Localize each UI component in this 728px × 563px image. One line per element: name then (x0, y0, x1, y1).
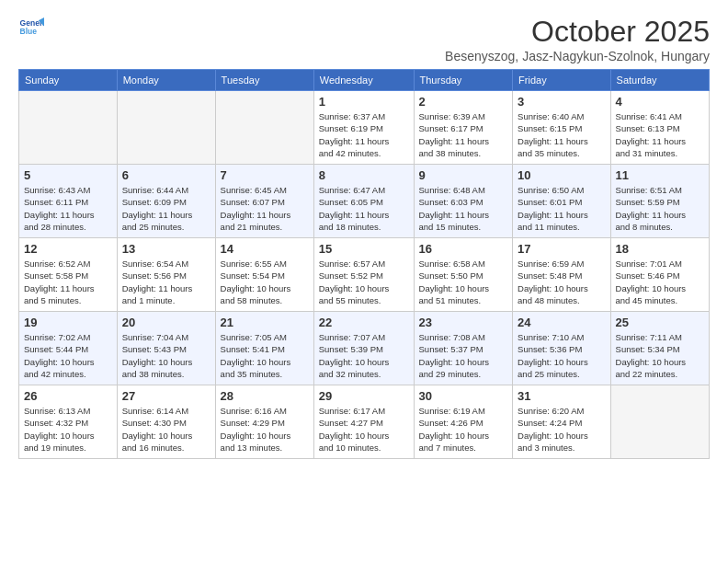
day-info: Sunrise: 7:01 AM Sunset: 5:46 PM Dayligh… (616, 258, 704, 306)
logo: General Blue (18, 15, 44, 40)
day-number: 15 (319, 242, 409, 256)
day-info: Sunrise: 6:59 AM Sunset: 5:48 PM Dayligh… (518, 258, 605, 306)
day-number: 29 (319, 389, 409, 403)
col-header-tuesday: Tuesday (215, 70, 313, 91)
calendar-day-29: 29Sunrise: 6:17 AM Sunset: 4:27 PM Dayli… (313, 385, 414, 459)
calendar-day-empty (117, 91, 215, 165)
calendar-day-21: 21Sunrise: 7:05 AM Sunset: 5:41 PM Dayli… (215, 312, 313, 385)
calendar-week-row: 19Sunrise: 7:02 AM Sunset: 5:44 PM Dayli… (19, 312, 710, 385)
col-header-sunday: Sunday (19, 70, 118, 91)
calendar-day-3: 3Sunrise: 6:40 AM Sunset: 6:15 PM Daylig… (513, 91, 610, 165)
day-info: Sunrise: 6:17 AM Sunset: 4:27 PM Dayligh… (319, 405, 409, 454)
day-info: Sunrise: 6:20 AM Sunset: 4:24 PM Dayligh… (518, 405, 605, 454)
day-number: 17 (518, 242, 605, 256)
calendar-day-16: 16Sunrise: 6:58 AM Sunset: 5:50 PM Dayli… (414, 238, 513, 312)
day-number: 19 (24, 316, 112, 329)
calendar-day-1: 1Sunrise: 6:37 AM Sunset: 6:19 PM Daylig… (313, 91, 414, 165)
calendar-day-26: 26Sunrise: 6:13 AM Sunset: 4:32 PM Dayli… (19, 385, 118, 459)
day-number: 14 (221, 242, 309, 256)
calendar-table: SundayMondayTuesdayWednesdayThursdayFrid… (18, 69, 710, 459)
location-subtitle: Besenyszog, Jasz-Nagykun-Szolnok, Hungar… (445, 49, 710, 63)
day-info: Sunrise: 6:50 AM Sunset: 6:01 PM Dayligh… (518, 184, 605, 233)
calendar-day-9: 9Sunrise: 6:48 AM Sunset: 6:03 PM Daylig… (414, 165, 513, 238)
day-info: Sunrise: 7:11 AM Sunset: 5:34 PM Dayligh… (616, 331, 704, 380)
calendar-day-12: 12Sunrise: 6:52 AM Sunset: 5:58 PM Dayli… (19, 238, 118, 312)
calendar-day-6: 6Sunrise: 6:44 AM Sunset: 6:09 PM Daylig… (117, 165, 215, 238)
calendar-day-7: 7Sunrise: 6:45 AM Sunset: 6:07 PM Daylig… (215, 165, 313, 238)
day-info: Sunrise: 7:02 AM Sunset: 5:44 PM Dayligh… (24, 331, 112, 380)
col-header-saturday: Saturday (610, 70, 709, 91)
calendar-day-15: 15Sunrise: 6:57 AM Sunset: 5:52 PM Dayli… (313, 238, 414, 312)
calendar-day-5: 5Sunrise: 6:43 AM Sunset: 6:11 PM Daylig… (19, 165, 118, 238)
day-info: Sunrise: 6:43 AM Sunset: 6:11 PM Dayligh… (24, 184, 112, 233)
day-info: Sunrise: 6:14 AM Sunset: 4:30 PM Dayligh… (122, 405, 210, 454)
col-header-wednesday: Wednesday (313, 70, 414, 91)
day-number: 26 (24, 389, 112, 403)
day-info: Sunrise: 6:41 AM Sunset: 6:13 PM Dayligh… (616, 110, 704, 159)
day-number: 22 (319, 316, 409, 329)
day-number: 2 (419, 95, 508, 109)
header: General Blue October 2025 Besenyszog, Ja… (18, 15, 710, 63)
day-info: Sunrise: 6:45 AM Sunset: 6:07 PM Dayligh… (221, 184, 309, 233)
day-number: 3 (518, 95, 605, 109)
title-section: October 2025 Besenyszog, Jasz-Nagykun-Sz… (445, 15, 710, 63)
day-info: Sunrise: 6:52 AM Sunset: 5:58 PM Dayligh… (24, 258, 112, 306)
day-number: 12 (24, 242, 112, 256)
month-title: October 2025 (445, 15, 710, 49)
calendar-day-14: 14Sunrise: 6:55 AM Sunset: 5:54 PM Dayli… (215, 238, 313, 312)
col-header-thursday: Thursday (414, 70, 513, 91)
day-number: 27 (122, 389, 210, 403)
col-header-monday: Monday (117, 70, 215, 91)
day-number: 11 (616, 168, 704, 182)
calendar-day-empty (610, 385, 709, 459)
day-number: 30 (419, 389, 508, 403)
calendar-day-20: 20Sunrise: 7:04 AM Sunset: 5:43 PM Dayli… (117, 312, 215, 385)
day-info: Sunrise: 6:39 AM Sunset: 6:17 PM Dayligh… (419, 110, 508, 159)
day-info: Sunrise: 6:47 AM Sunset: 6:05 PM Dayligh… (319, 184, 409, 233)
calendar-week-row: 26Sunrise: 6:13 AM Sunset: 4:32 PM Dayli… (19, 385, 710, 459)
day-number: 6 (122, 168, 210, 182)
day-number: 25 (616, 316, 704, 329)
day-info: Sunrise: 6:55 AM Sunset: 5:54 PM Dayligh… (221, 258, 309, 306)
calendar-week-row: 12Sunrise: 6:52 AM Sunset: 5:58 PM Dayli… (19, 238, 710, 312)
day-number: 4 (616, 95, 704, 109)
day-number: 21 (221, 316, 309, 329)
day-number: 18 (616, 242, 704, 256)
day-info: Sunrise: 6:54 AM Sunset: 5:56 PM Dayligh… (122, 258, 210, 306)
day-number: 28 (221, 389, 309, 403)
calendar-day-25: 25Sunrise: 7:11 AM Sunset: 5:34 PM Dayli… (610, 312, 709, 385)
day-number: 8 (319, 168, 409, 182)
calendar-day-27: 27Sunrise: 6:14 AM Sunset: 4:30 PM Dayli… (117, 385, 215, 459)
calendar-day-18: 18Sunrise: 7:01 AM Sunset: 5:46 PM Dayli… (610, 238, 709, 312)
calendar-day-13: 13Sunrise: 6:54 AM Sunset: 5:56 PM Dayli… (117, 238, 215, 312)
day-number: 20 (122, 316, 210, 329)
day-number: 1 (319, 95, 409, 109)
day-info: Sunrise: 6:13 AM Sunset: 4:32 PM Dayligh… (24, 405, 112, 454)
calendar-day-23: 23Sunrise: 7:08 AM Sunset: 5:37 PM Dayli… (414, 312, 513, 385)
day-number: 23 (419, 316, 508, 329)
day-info: Sunrise: 6:37 AM Sunset: 6:19 PM Dayligh… (319, 110, 409, 159)
col-header-friday: Friday (513, 70, 610, 91)
day-number: 31 (518, 389, 605, 403)
day-number: 9 (419, 168, 508, 182)
day-info: Sunrise: 6:44 AM Sunset: 6:09 PM Dayligh… (122, 184, 210, 233)
calendar-day-8: 8Sunrise: 6:47 AM Sunset: 6:05 PM Daylig… (313, 165, 414, 238)
day-info: Sunrise: 6:40 AM Sunset: 6:15 PM Dayligh… (518, 110, 605, 159)
calendar-week-row: 5Sunrise: 6:43 AM Sunset: 6:11 PM Daylig… (19, 165, 710, 238)
calendar-day-4: 4Sunrise: 6:41 AM Sunset: 6:13 PM Daylig… (610, 91, 709, 165)
day-info: Sunrise: 6:58 AM Sunset: 5:50 PM Dayligh… (419, 258, 508, 306)
calendar-header-row: SundayMondayTuesdayWednesdayThursdayFrid… (19, 70, 710, 91)
calendar-day-2: 2Sunrise: 6:39 AM Sunset: 6:17 PM Daylig… (414, 91, 513, 165)
calendar-day-31: 31Sunrise: 6:20 AM Sunset: 4:24 PM Dayli… (513, 385, 610, 459)
calendar-day-empty (19, 91, 118, 165)
day-info: Sunrise: 6:57 AM Sunset: 5:52 PM Dayligh… (319, 258, 409, 306)
day-info: Sunrise: 7:08 AM Sunset: 5:37 PM Dayligh… (419, 331, 508, 380)
day-info: Sunrise: 7:05 AM Sunset: 5:41 PM Dayligh… (221, 331, 309, 380)
calendar-week-row: 1Sunrise: 6:37 AM Sunset: 6:19 PM Daylig… (19, 91, 710, 165)
day-info: Sunrise: 6:16 AM Sunset: 4:29 PM Dayligh… (221, 405, 309, 454)
calendar-day-30: 30Sunrise: 6:19 AM Sunset: 4:26 PM Dayli… (414, 385, 513, 459)
day-info: Sunrise: 6:19 AM Sunset: 4:26 PM Dayligh… (419, 405, 508, 454)
calendar-day-17: 17Sunrise: 6:59 AM Sunset: 5:48 PM Dayli… (513, 238, 610, 312)
day-info: Sunrise: 7:10 AM Sunset: 5:36 PM Dayligh… (518, 331, 605, 380)
calendar-day-24: 24Sunrise: 7:10 AM Sunset: 5:36 PM Dayli… (513, 312, 610, 385)
